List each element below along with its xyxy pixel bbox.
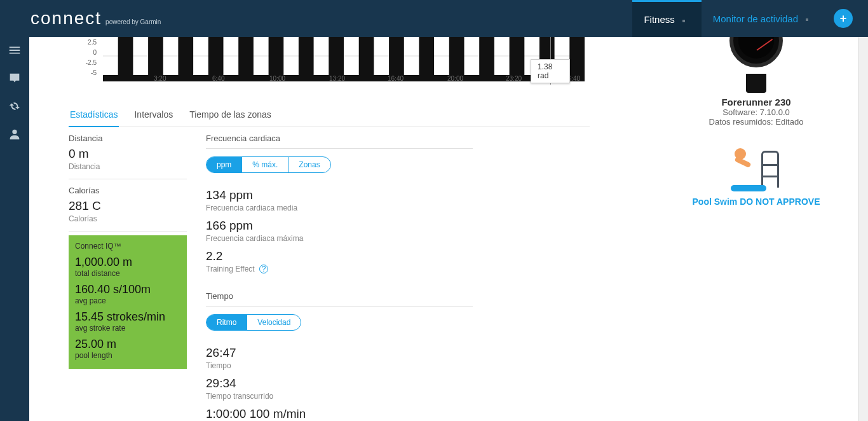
value: 26:47 [206,346,473,360]
menu-icon[interactable] [8,43,22,57]
label: Training Effect ? [206,265,473,273]
x-tick: 10:00 [269,75,285,82]
hr-unit-toggle: ppm % máx. Zonas [206,156,331,173]
iq-avg-pace: 160.40 s/100m avg pace [75,283,180,305]
header-right: Fitness Monitor de actividad + [632,0,853,37]
watch-hand-icon [756,39,773,51]
label: Tiempo transcurrido [206,392,473,401]
value: 1,000.00 m [75,256,180,269]
dropdown-indicator-icon [682,20,685,22]
label: Frecuencia cardiaca media [206,204,473,212]
training-effect: 2.2 Training Effect ? [206,249,473,273]
chart-tooltip: 1.38 rad [531,59,570,83]
y-tick: 0 [93,49,97,56]
tab-zone-time[interactable]: Tiempo de las zonas [188,106,273,127]
value: 0 m [69,147,187,161]
chart-tooltip-value: 1.38 rad [538,62,552,80]
main-content: 5 2.5 0 -2.5 -5 1.38 rad 3:20 6:40 10:00… [29,0,858,421]
time-section-title: Tiempo [206,285,473,307]
watch-strap-icon [746,74,766,93]
inbox-icon[interactable] [8,71,22,85]
pill-ppm[interactable]: ppm [207,157,242,172]
value: 15.45 strokes/min [75,310,180,324]
time-unit-toggle: Ritmo Velocidad [206,314,301,331]
add-button[interactable]: + [834,9,853,28]
pill-zones[interactable]: Zonas [288,157,330,172]
label: Distancia [69,134,187,143]
stat-distance: Distancia 0 m Distancia [69,127,187,179]
time-elapsed: 29:34 Tiempo transcurrido [206,376,473,401]
x-tick: 20:00 [447,75,463,82]
hr-max: 166 ppm Frecuencia cardiaca máxima [206,219,473,243]
x-tick: 6:40 [212,75,224,82]
label: total distance [75,269,180,278]
label: avg pace [75,296,180,305]
value: 2.2 [206,249,473,263]
x-tick: 3:20 [154,75,166,82]
tab-activity-monitor[interactable]: Monitor de actividad [702,0,825,37]
tab-intervals[interactable]: Intervalos [133,106,174,127]
y-tick: -2.5 [86,59,97,66]
vertical-scrollbar[interactable] [858,0,868,421]
label: Calorías [69,186,187,195]
device-summary: Datos resumidos: Editado [654,117,858,127]
x-tick: 16:40 [388,75,403,82]
dropdown-indicator-icon [806,18,808,21]
pill-speed[interactable]: Velocidad [247,315,301,330]
stats-col-left: Distancia 0 m Distancia Calorías 281 C C… [69,127,187,421]
label: Frecuencia cardiaca máxima [206,234,473,243]
pool-ladder-icon [761,151,779,188]
logo-text: connect [31,8,102,29]
value: 1:00:00 100 m/min [206,407,473,421]
app-logo: connect powered by Garmin [31,8,161,29]
tab-monitor-label: Monitor de actividad [713,13,798,24]
value: 25.00 m [75,338,180,351]
rotation-chart: 5 2.5 0 -2.5 -5 1.38 rad 3:20 6:40 10:00… [69,31,590,94]
iq-avg-stroke: 15.45 strokes/min avg stroke rate [75,310,180,333]
device-name: Forerunner 230 [654,97,858,107]
time-moving: 26:47 Tiempo [206,346,473,370]
iq-title: Connect IQ™ [75,242,180,251]
sublabel: Calorías [69,214,187,223]
help-icon[interactable]: ? [259,265,268,273]
x-tick: 23:20 [506,75,522,82]
stats-col-right: Frecuencia cardiaca ppm % máx. Zonas 134… [206,127,473,421]
te-label-text: Training Effect [206,265,255,273]
profile-icon[interactable] [8,127,22,141]
y-tick: -5 [91,69,97,76]
iq-pool-length: 25.00 m pool length [75,338,180,360]
pill-pct-max[interactable]: % máx. [242,157,288,172]
plus-icon: + [840,12,847,25]
tab-statistics[interactable]: Estadísticas [69,106,119,127]
value: 281 C [69,199,187,213]
y-tick: 2.5 [88,39,97,46]
tab-fitness[interactable]: Fitness [632,0,701,37]
connect-iq-panel: Connect IQ™ 1,000.00 m total distance 16… [69,235,187,369]
app-header: connect powered by Garmin Fitness Monito… [0,0,868,37]
value: 166 ppm [206,219,473,233]
activity-type-link[interactable]: Pool Swim DO NOT APPROVE [654,197,858,207]
pill-pace[interactable]: Ritmo [207,315,247,330]
time-avg-pace: 1:00:00 100 m/min Ritmo medio [206,407,473,421]
water-icon [731,185,766,191]
sync-icon[interactable] [8,99,22,113]
value: 160.40 s/100m [75,283,180,296]
hr-avg: 134 ppm Frecuencia cardiaca media [206,188,473,212]
detail-tabs: Estadísticas Intervalos Tiempo de las zo… [69,106,590,127]
chart-plot-area[interactable] [103,31,585,81]
stat-calories: Calorías 281 C Calorías [69,179,187,231]
hr-section-title: Frecuencia cardiaca [206,127,473,149]
left-sidebar [0,37,29,421]
stats-columns: Distancia 0 m Distancia Calorías 281 C C… [69,127,590,421]
value: 29:34 [206,376,473,390]
label: avg stroke rate [75,324,180,333]
iq-total-distance: 1,000.00 m total distance [75,256,180,278]
logo-tagline: powered by Garmin [105,18,161,25]
x-tick: 13:20 [329,75,345,82]
value: 134 ppm [206,188,473,202]
sublabel: Distancia [69,162,187,171]
pool-swim-icon [731,147,782,191]
device-software: Software: 7.10.0.0 [654,107,858,117]
label: Tiempo [206,361,473,370]
tab-fitness-label: Fitness [644,14,674,25]
